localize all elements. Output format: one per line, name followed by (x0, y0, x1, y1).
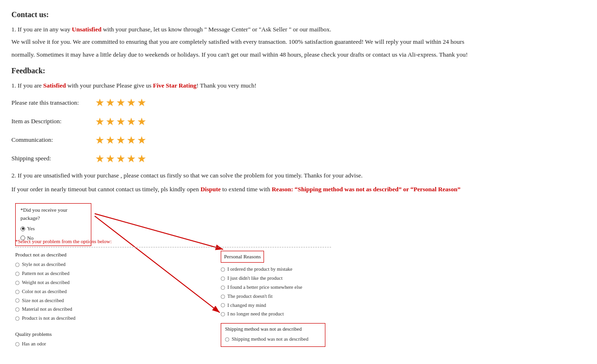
rating-communication: Communication: ★ ★ ★ ★ ★ (11, 132, 586, 148)
contact-unsatisfied: Unsatisfied (72, 26, 101, 33)
star3: ★ (116, 132, 126, 148)
shipping-box-title: Shipping method was not as described (225, 325, 321, 334)
option-weight-radio[interactable] (15, 281, 20, 285)
right-options-column: Personal Reasons I ordered the product b… (221, 251, 335, 347)
option-mistake-label: I ordered the product by mistake (227, 266, 293, 274)
option-odor-label: Has an odor (22, 340, 46, 348)
option-no-fit-label: The product doesn't fit (227, 293, 273, 301)
option-material-radio[interactable] (15, 307, 20, 312)
rating-description: Item as Description: ★ ★ ★ ★ ★ (11, 113, 586, 130)
star2: ★ (106, 113, 115, 130)
shipping-method-box: Shipping method was not as described Shi… (221, 323, 325, 347)
dispute-middle: to extend time with (221, 186, 272, 193)
star5: ★ (137, 94, 147, 111)
option-better-price-radio[interactable] (221, 285, 225, 290)
option-pattern-radio[interactable] (15, 272, 20, 276)
star3: ★ (116, 113, 126, 130)
option-no-fit[interactable]: The product doesn't fit (221, 293, 335, 301)
quality-section: Quality problems Has an odor (15, 330, 163, 348)
option-dislike-label: I just didn't like the product (227, 275, 283, 283)
yes-label: Yes (27, 225, 35, 233)
yes-option[interactable]: Yes (20, 225, 86, 233)
option-style-radio[interactable] (15, 263, 20, 267)
pkg-question-text: *Did you receive your package? (20, 206, 86, 223)
option-no-longer-need-label: I no longer need the product (227, 310, 284, 318)
star1: ★ (95, 113, 105, 130)
option-no-longer-need-radio[interactable] (221, 312, 225, 316)
option-better-price-label: I found a better price somewhere else (227, 284, 302, 292)
option-size-radio[interactable] (15, 298, 20, 303)
ratings-container: Please rate this transaction: ★ ★ ★ ★ ★ … (11, 94, 586, 167)
star1: ★ (95, 132, 105, 148)
option-material[interactable]: Material not as described (15, 305, 163, 314)
option-dislike[interactable]: I just didn't like the product (221, 275, 335, 283)
star2: ★ (106, 94, 115, 111)
option-pattern-label: Pattern not as described (22, 270, 69, 278)
yes-radio[interactable] (20, 226, 25, 231)
option-weight[interactable]: Weight not as described (15, 279, 163, 287)
personal-reasons-title: Personal Reasons (224, 254, 261, 259)
rating-transaction-stars: ★ ★ ★ ★ ★ (95, 94, 147, 111)
dispute-line: If your order in nearly timeout but cann… (11, 185, 586, 195)
svg-line-1 (95, 214, 223, 249)
star2: ★ (106, 150, 115, 167)
option-dislike-radio[interactable] (221, 276, 225, 281)
rating-transaction-label: Please rate this transaction: (11, 98, 92, 108)
option-product-radio[interactable] (15, 316, 20, 321)
option-size[interactable]: Size not as described (15, 297, 163, 305)
rating-communication-label: Communication: (11, 135, 92, 145)
option-color-radio[interactable] (15, 290, 20, 294)
shipping-radio[interactable] (225, 337, 229, 342)
quality-title: Quality problems (15, 330, 163, 339)
feedback-item1-suffix: ! Thank you very much! (196, 82, 256, 89)
feedback-title: Feedback: (11, 65, 586, 77)
option-odor-radio[interactable] (15, 342, 20, 346)
feedback-section: Feedback: 1. If you are Satisfied with y… (11, 65, 586, 195)
star5: ★ (137, 150, 147, 167)
option-changed-mind[interactable]: I changed my mind (221, 302, 335, 310)
star5: ★ (137, 132, 147, 148)
screenshot-area: *Did you receive your package? Yes No *S… (11, 199, 335, 347)
option-changed-mind-radio[interactable] (221, 303, 225, 307)
option-size-label: Size not as described (22, 297, 64, 305)
contact-section: Contact us: 1. If you are in any way Uns… (11, 9, 586, 60)
option-material-label: Material not as described (22, 305, 72, 314)
option-color[interactable]: Color not as described (15, 288, 163, 296)
star1: ★ (95, 94, 105, 111)
feedback-item1-middle: with your purchase Please give us (66, 82, 153, 89)
option-style[interactable]: Style not as described (15, 261, 163, 269)
contact-item2: We will solve it for you. We are committ… (11, 37, 586, 47)
rating-transaction: Please rate this transaction: ★ ★ ★ ★ ★ (11, 94, 586, 111)
star4: ★ (127, 94, 136, 111)
option-color-label: Color not as described (22, 288, 67, 296)
option-changed-mind-label: I changed my mind (227, 302, 266, 310)
rating-description-label: Item as Description: (11, 117, 92, 127)
option-odor[interactable]: Has an odor (15, 340, 163, 348)
contact-item1: 1. If you are in any way Unsatisfied wit… (11, 25, 586, 35)
rating-shipping-label: Shipping speed: (11, 154, 92, 164)
rating-communication-stars: ★ ★ ★ ★ ★ (95, 132, 147, 148)
left-section-title: Product not as described (15, 251, 163, 259)
star5: ★ (137, 113, 147, 130)
select-problem-text: *Select your problem from the options be… (15, 237, 112, 246)
feedback-item1-prefix: 1. If you are (11, 82, 43, 89)
contact-title: Contact us: (11, 9, 586, 21)
dispute-prefix: If your order in nearly timeout but cann… (11, 186, 200, 193)
option-weight-label: Weight not as described (22, 279, 69, 287)
shipping-option-label: Shipping method was not as described (232, 335, 308, 344)
feedback-item2: 2. If you are unsatisfied with your purc… (11, 171, 586, 181)
option-mistake[interactable]: I ordered the product by mistake (221, 266, 335, 274)
option-better-price[interactable]: I found a better price somewhere else (221, 284, 335, 292)
feedback-item1: 1. If you are Satisfied with your purcha… (11, 81, 586, 91)
option-mistake-radio[interactable] (221, 267, 225, 272)
rating-description-stars: ★ ★ ★ ★ ★ (95, 113, 147, 130)
option-no-longer-need[interactable]: I no longer need the product (221, 310, 335, 318)
star3: ★ (116, 94, 126, 111)
option-no-fit-radio[interactable] (221, 295, 225, 299)
option-pattern[interactable]: Pattern not as described (15, 270, 163, 278)
feedback-five-star: Five Star Rating (153, 82, 196, 89)
option-product-label: Product is not as described (22, 315, 76, 323)
star4: ★ (127, 150, 136, 167)
option-product[interactable]: Product is not as described (15, 315, 163, 323)
shipping-option[interactable]: Shipping method was not as described (225, 335, 321, 344)
